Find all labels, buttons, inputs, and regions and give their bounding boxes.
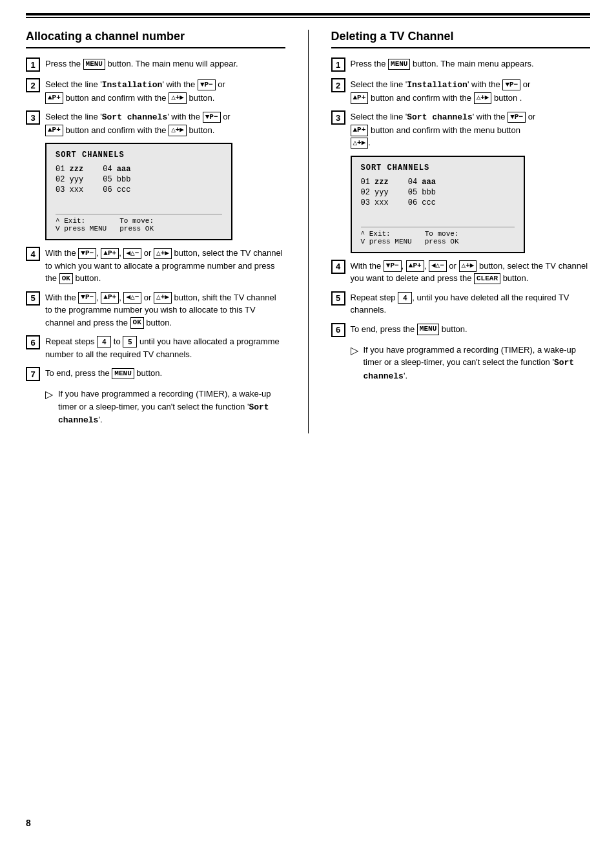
back-btn-s4: ◀△− bbox=[123, 248, 141, 259]
screen-col-left-1: 01 zzz 02 yyy 03 xxx bbox=[56, 165, 83, 194]
step-5-text: With the ▼P−, ▲P+, ◀△− or △+▶ button, sh… bbox=[45, 291, 285, 329]
ok-btn-s4: OK bbox=[59, 273, 73, 284]
right-step-3: 3 Select the line 'Sort channels' with t… bbox=[331, 110, 591, 149]
back-btn-r4: ◀△− bbox=[429, 260, 447, 271]
note-text-left: If you have programmed a recording (TIME… bbox=[58, 388, 285, 427]
screen-title-right: SORT CHANNELS bbox=[361, 163, 515, 172]
right-step-6-text: To end, press the MENU button. bbox=[351, 323, 591, 336]
right-step-5-text: Repeat step 4, until you have deleted al… bbox=[351, 291, 591, 317]
confirm-btn-s3: △+▶ bbox=[169, 125, 187, 136]
right-step-2: 2 Select the line 'Installation' with th… bbox=[331, 78, 591, 104]
right-step-1-number: 1 bbox=[331, 57, 345, 72]
vp-btn-s3: ▼P− bbox=[203, 112, 221, 123]
step-6: 6 Repeat steps 4 to 5 until you have all… bbox=[26, 335, 285, 360]
screen-channels-right: 01 zzz 02 yyy 03 xxx 04 aaa 05 bbb 06 cc… bbox=[361, 178, 515, 207]
right-column: Deleting a TV Channel 1 Press the MENU b… bbox=[331, 30, 591, 433]
right-step-6: 6 To end, press the MENU button. bbox=[331, 323, 591, 337]
step-5: 5 With the ▼P−, ▲P+, ◀△− or △+▶ button, … bbox=[26, 291, 285, 329]
column-divider bbox=[308, 30, 309, 433]
ap-btn-s5: ▲P+ bbox=[101, 292, 119, 303]
step-3: 3 Select the line 'Sort channels' with t… bbox=[26, 110, 285, 136]
screen-footer-move-r: To move:press OK bbox=[425, 230, 459, 245]
ch-06-ccc: 06 ccc bbox=[103, 185, 130, 194]
fwd-btn-s5: △+▶ bbox=[154, 292, 172, 303]
rch-04-aaa: 04 aaa bbox=[408, 178, 436, 187]
sort-channels-screen-left: SORT CHANNELS 01 zzz 02 yyy 03 xxx 04 aa… bbox=[45, 143, 232, 240]
screen-col-right-1: 01 zzz 02 yyy 03 xxx bbox=[361, 178, 389, 207]
step-4-text: With the ▼P−, ▲P+, ◀△− or △+▶ button, se… bbox=[45, 247, 285, 285]
step-7-number: 7 bbox=[26, 367, 40, 381]
right-step-4: 4 With the ▼P−, ▲P+, ◀△− or △+▶ button, … bbox=[331, 260, 591, 285]
step-7: 7 To end, press the MENU button. bbox=[26, 367, 285, 381]
ch-03-xxx: 03 xxx bbox=[56, 185, 83, 194]
step-1-text: Press the MENU button. The main menu wil… bbox=[45, 57, 285, 70]
screen-title-left: SORT CHANNELS bbox=[56, 151, 222, 160]
vp-btn-r2: ▼P− bbox=[502, 79, 520, 90]
step-4: 4 With the ▼P−, ▲P+, ◀△− or △+▶ button, … bbox=[26, 247, 285, 285]
fwd-btn-r4: △+▶ bbox=[459, 260, 477, 271]
right-step-2-text: Select the line 'Installation' with the … bbox=[351, 78, 591, 104]
screen-channels-left: 01 zzz 02 yyy 03 xxx 04 aaa 05 bbb 06 cc… bbox=[56, 165, 222, 194]
sort-channels-screen-right: SORT CHANNELS 01 zzz 02 yyy 03 xxx 04 aa… bbox=[351, 156, 525, 253]
step-2-number: 2 bbox=[26, 78, 40, 92]
ref-step5: 5 bbox=[123, 336, 137, 348]
ch-05-bbb: 05 bbb bbox=[103, 175, 130, 184]
step-6-text: Repeat steps 4 to 5 until you have alloc… bbox=[45, 335, 285, 360]
top-border-thin bbox=[26, 17, 590, 18]
right-section-title: Deleting a TV Channel bbox=[331, 30, 591, 48]
screen-footer-right: ^ Exit:V press MENU To move:press OK bbox=[361, 227, 515, 245]
confirm-btn-s2: △+▶ bbox=[169, 92, 187, 103]
ap-btn-s4: ▲P+ bbox=[101, 248, 119, 259]
step-4-number: 4 bbox=[26, 247, 40, 261]
note-arrow-icon-r: ▷ bbox=[351, 344, 358, 357]
clear-btn-r4: CLEAR bbox=[474, 273, 500, 284]
vp-btn-s2: ▼P− bbox=[198, 79, 216, 90]
ok-btn-s5: OK bbox=[130, 317, 144, 328]
right-step-1-text: Press the MENU button. The main menu app… bbox=[351, 57, 591, 70]
ap-btn-r3: ▲P+ bbox=[351, 125, 369, 136]
vp-btn-r3: ▼P− bbox=[508, 112, 526, 123]
right-step-5-number: 5 bbox=[331, 291, 345, 306]
ref-step4: 4 bbox=[97, 336, 111, 348]
note-text-right: If you have programmed a recording (TIME… bbox=[364, 344, 591, 383]
note-right: ▷ If you have programmed a recording (TI… bbox=[351, 344, 591, 383]
step-2: 2 Select the line 'Installation' with th… bbox=[26, 78, 285, 104]
right-step-6-number: 6 bbox=[331, 323, 345, 337]
left-column: Allocating a channel number 1 Press the … bbox=[26, 30, 285, 433]
right-step-3-number: 3 bbox=[331, 110, 345, 125]
rch-03-xxx: 03 xxx bbox=[361, 198, 389, 207]
step-3-number: 3 bbox=[26, 110, 40, 125]
step-1: 1 Press the MENU button. The main menu w… bbox=[26, 57, 285, 72]
screen-col-left-2: 04 aaa 05 bbb 06 ccc bbox=[103, 165, 130, 194]
screen-footer-exit: ^ Exit:V press MENU bbox=[56, 217, 107, 233]
ap-btn-s2: ▲P+ bbox=[45, 92, 63, 103]
fwd-btn-s4: △+▶ bbox=[154, 248, 172, 259]
ap-btn-r2: ▲P+ bbox=[351, 92, 369, 103]
ref-step4-r: 4 bbox=[398, 292, 412, 304]
screen-footer-exit-r: ^ Exit:V press MENU bbox=[361, 230, 412, 245]
left-section-title: Allocating a channel number bbox=[26, 30, 285, 48]
vp-btn-s5: ▼P− bbox=[78, 292, 96, 303]
right-step-4-number: 4 bbox=[331, 260, 345, 274]
ch-01-zzz: 01 zzz bbox=[56, 165, 83, 174]
screen-footer-left: ^ Exit:V press MENU To move:press OK bbox=[56, 214, 222, 233]
menu-btn-r1: MENU bbox=[388, 59, 410, 70]
right-step-1: 1 Press the MENU button. The main menu a… bbox=[331, 57, 591, 72]
rch-01-zzz: 01 zzz bbox=[361, 178, 389, 187]
step-1-number: 1 bbox=[26, 57, 40, 72]
ch-04-aaa: 04 aaa bbox=[103, 165, 130, 174]
right-step-3-text: Select the line 'Sort channels' with the… bbox=[351, 110, 591, 149]
back-btn-s5: ◀△− bbox=[123, 292, 141, 303]
right-step-4-text: With the ▼P−, ▲P+, ◀△− or △+▶ button, se… bbox=[351, 260, 591, 285]
menu-btn-r6: MENU bbox=[417, 324, 439, 335]
step-6-number: 6 bbox=[26, 335, 40, 349]
right-step-2-number: 2 bbox=[331, 78, 345, 92]
note-arrow-icon: ▷ bbox=[45, 388, 53, 400]
step-2-text: Select the line 'Installation' with the … bbox=[45, 78, 285, 104]
confirm-btn-r3: △+▶ bbox=[351, 138, 369, 149]
step-3-text: Select the line 'Sort channels' with the… bbox=[45, 110, 285, 136]
confirm-btn-r2: △+▶ bbox=[474, 92, 492, 103]
screen-col-right-2: 04 aaa 05 bbb 06 ccc bbox=[408, 178, 436, 207]
ap-btn-s3: ▲P+ bbox=[45, 125, 63, 136]
step-7-text: To end, press the MENU button. bbox=[45, 367, 285, 380]
